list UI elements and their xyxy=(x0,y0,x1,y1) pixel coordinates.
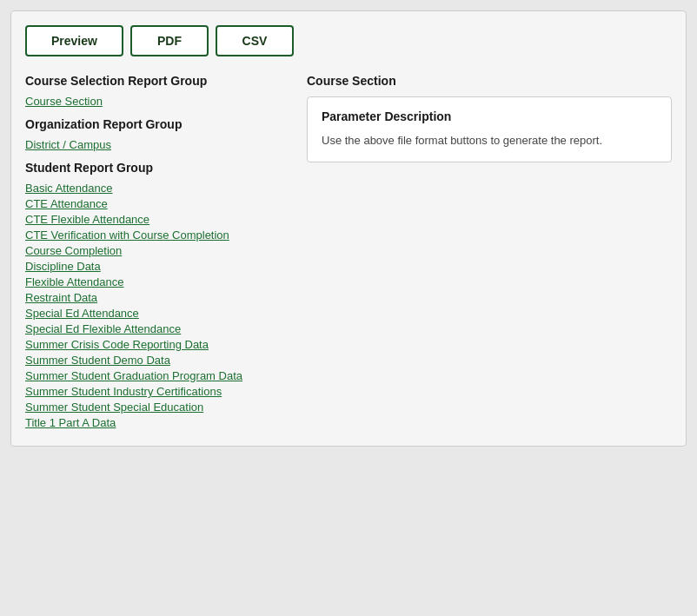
summer-crisis-code-link[interactable]: Summer Crisis Code Reporting Data xyxy=(25,338,286,351)
discipline-data-link[interactable]: Discipline Data xyxy=(25,260,286,273)
basic-attendance-link[interactable]: Basic Attendance xyxy=(25,182,286,195)
flexible-attendance-link[interactable]: Flexible Attendance xyxy=(25,275,286,288)
pdf-button[interactable]: PDF xyxy=(130,25,209,56)
main-card: Preview PDF CSV Course Selection Report … xyxy=(10,10,687,447)
organization-header: Organization Report Group xyxy=(25,117,286,131)
toolbar: Preview PDF CSV xyxy=(25,25,672,56)
title-1-part-a-link[interactable]: Title 1 Part A Data xyxy=(25,416,286,429)
outer-container: Preview PDF CSV Course Selection Report … xyxy=(0,0,697,616)
summer-industry-certifications-link[interactable]: Summer Student Industry Certifications xyxy=(25,385,286,398)
district-campus-link[interactable]: District / Campus xyxy=(25,138,286,151)
section-title: Course Section xyxy=(307,74,672,88)
student-group-header: Student Report Group xyxy=(25,161,286,175)
restraint-data-link[interactable]: Restraint Data xyxy=(25,291,286,304)
cte-verification-link[interactable]: CTE Verification with Course Completion xyxy=(25,229,286,242)
summer-student-demo-link[interactable]: Summer Student Demo Data xyxy=(25,354,286,367)
special-ed-attendance-link[interactable]: Special Ed Attendance xyxy=(25,307,286,320)
right-panel: Course Section Parameter Description Use… xyxy=(307,74,672,162)
course-section-link[interactable]: Course Section xyxy=(25,95,286,108)
content-area: Course Selection Report Group Course Sec… xyxy=(25,74,672,432)
left-panel: Course Selection Report Group Course Sec… xyxy=(25,74,286,432)
param-box-title: Parameter Description xyxy=(322,109,657,123)
organization-group: Organization Report Group District / Cam… xyxy=(25,117,286,151)
param-box-text: Use the above file format buttons to gen… xyxy=(322,132,657,149)
special-ed-flexible-attendance-link[interactable]: Special Ed Flexible Attendance xyxy=(25,322,286,335)
preview-button[interactable]: Preview xyxy=(25,25,123,56)
course-selection-header: Course Selection Report Group xyxy=(25,74,286,88)
cte-flexible-attendance-link[interactable]: CTE Flexible Attendance xyxy=(25,213,286,226)
param-box: Parameter Description Use the above file… xyxy=(307,96,672,162)
cte-attendance-link[interactable]: CTE Attendance xyxy=(25,197,286,210)
course-completion-link[interactable]: Course Completion xyxy=(25,244,286,257)
course-selection-group: Course Selection Report Group Course Sec… xyxy=(25,74,286,108)
student-group: Student Report Group Basic Attendance CT… xyxy=(25,161,286,429)
csv-button[interactable]: CSV xyxy=(216,25,294,56)
summer-special-education-link[interactable]: Summer Student Special Education xyxy=(25,401,286,414)
summer-graduation-program-link[interactable]: Summer Student Graduation Program Data xyxy=(25,369,286,382)
